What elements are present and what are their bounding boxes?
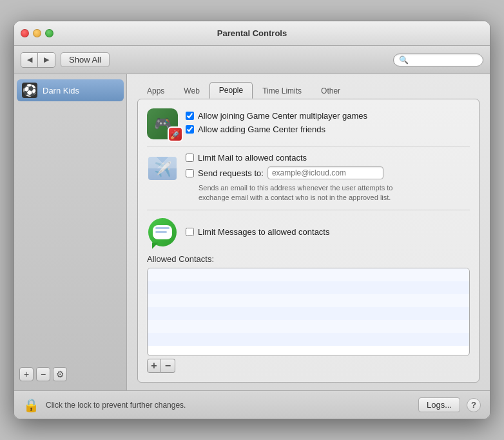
gc-checkboxes: Allow joining Game Center multiplayer ga… [186,108,367,134]
traffic-lights [21,29,53,37]
sidebar-item-label: Darn Kids [43,86,79,95]
limit-mail-checkbox[interactable] [186,154,194,162]
maximize-button[interactable] [45,29,53,37]
main-content: ⚽ Darn Kids + − ⚙ Apps Web [14,74,490,390]
contacts-stripe-5 [148,320,469,333]
back-button[interactable]: ◀ [21,53,38,67]
send-requests-label: Send requests to: [198,168,264,178]
remove-contact-button[interactable]: − [161,359,175,373]
sidebar-spacer [14,101,126,363]
allow-multiplayer-label: Allow joining Game Center multiplayer ga… [198,111,367,121]
forward-button[interactable]: ▶ [38,53,55,67]
contacts-stripe-1 [148,268,469,281]
contacts-buttons: + − [147,359,470,373]
messages-icon [147,217,178,248]
search-box: 🔍 [393,54,483,66]
messages-section: Limit Messages to allowed contacts [147,217,470,248]
allowed-contacts-section: Allowed Contacts: + − [147,254,470,373]
tab-bar: Apps Web People Time Limits Other [137,82,480,99]
toolbar: ◀ ▶ Show All 🔍 [14,46,490,74]
limit-messages-row: Limit Messages to allowed contacts [186,227,329,237]
bottom-bar: 🔒 Click the lock to prevent further chan… [14,390,490,419]
lock-text: Click the lock to prevent further change… [46,401,412,410]
contacts-stripe-6 [148,333,469,346]
show-all-button[interactable]: Show All [61,52,110,67]
lock-icon[interactable]: 🔒 [23,397,39,413]
contacts-stripe-4 [148,307,469,320]
contacts-stripe-3 [148,294,469,307]
help-button[interactable]: ? [467,398,481,412]
tab-time-limits[interactable]: Time Limits [253,83,311,99]
send-requests-row: Send requests to: [186,166,405,179]
limit-mail-label: Limit Mail to allowed contacts [198,153,307,163]
add-contact-button[interactable]: + [147,359,161,373]
limit-messages-label: Limit Messages to allowed contacts [198,227,329,237]
window-title: Parental Controls [217,28,287,38]
mail-options: Limit Mail to allowed contacts Send requ… [186,153,405,203]
search-icon: 🔍 [399,55,409,65]
tab-apps[interactable]: Apps [137,83,174,99]
send-requests-checkbox[interactable] [186,169,194,177]
sidebar: ⚽ Darn Kids + − ⚙ [14,74,127,390]
add-user-button[interactable]: + [19,367,34,381]
mail-icon: ✈️ [147,153,178,184]
search-input[interactable] [411,55,478,65]
limit-messages-checkbox[interactable] [186,228,194,236]
content-area: 🎮 🚀 Allow joining Game Center multiplaye… [137,99,480,383]
allow-friends-row: Allow adding Game Center friends [186,125,367,134]
allow-multiplayer-checkbox[interactable] [186,112,194,120]
close-button[interactable] [21,29,29,37]
mail-description: Sends an email to this address whenever … [199,183,405,203]
mail-section: ✈️ Limit Mail to allowed contacts Send r… [147,153,470,210]
allow-friends-label: Allow adding Game Center friends [198,125,325,134]
tab-web[interactable]: Web [174,83,209,99]
sidebar-item-darn-kids[interactable]: ⚽ Darn Kids [17,79,124,101]
logs-button[interactable]: Logs... [418,397,460,412]
contacts-stripe-2 [148,281,469,294]
msg-bubble-inner [153,225,172,239]
main-window: Parental Controls ◀ ▶ Show All 🔍 ⚽ Darn … [14,21,490,419]
settings-button[interactable]: ⚙ [53,367,67,381]
gc-icon-overlay: 🚀 [168,126,183,142]
game-center-section: 🎮 🚀 Allow joining Game Center multiplaye… [147,108,470,146]
allow-multiplayer-row: Allow joining Game Center multiplayer ga… [186,111,367,121]
remove-user-button[interactable]: − [36,367,50,381]
game-center-icon: 🎮 🚀 [147,108,178,139]
minimize-button[interactable] [33,29,41,37]
tab-people[interactable]: People [209,82,253,99]
allowed-contacts-label: Allowed Contacts: [147,254,470,264]
limit-mail-row: Limit Mail to allowed contacts [186,153,405,163]
tab-other[interactable]: Other [311,83,350,99]
email-input[interactable] [267,166,383,179]
right-panel: Apps Web People Time Limits Other [127,74,490,390]
nav-buttons: ◀ ▶ [21,52,55,68]
soccer-ball-icon: ⚽ [23,83,37,97]
contacts-list [147,268,470,356]
user-avatar: ⚽ [22,83,37,98]
sidebar-bottom: + − ⚙ [14,363,126,385]
msg-bubble [148,218,177,246]
titlebar: Parental Controls [14,21,490,46]
allow-friends-checkbox[interactable] [186,125,194,134]
